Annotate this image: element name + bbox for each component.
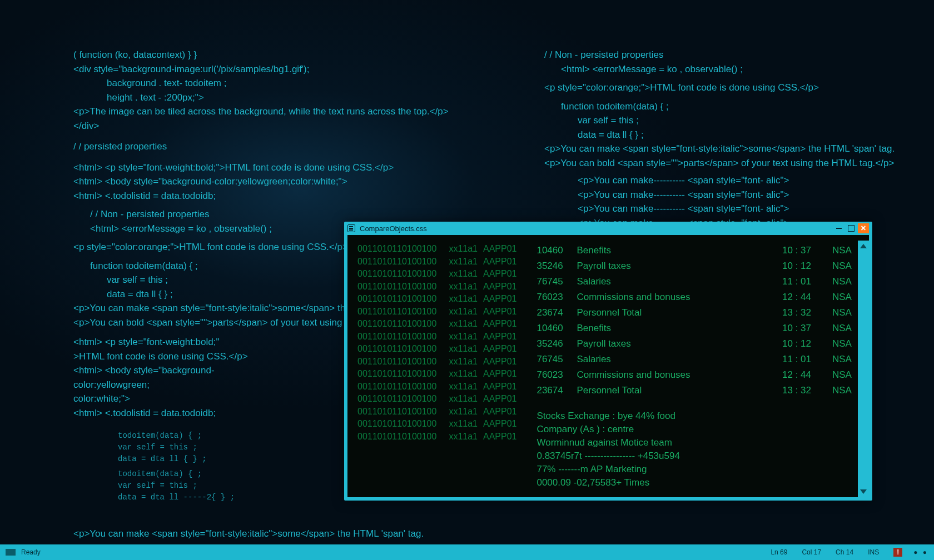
data-row: 76745Salaries11 : 01NSA [536,274,859,289]
data-row: 35246Payroll taxes10 : 12NSA [536,336,859,352]
data-row: 76023Commissions and bonuses12 : 44NSA [536,289,859,305]
binary-row: 0011010110100100xx11a1AAPP01 [357,331,516,343]
status-dots-icon: ● ● [913,548,928,556]
binary-row: 0011010110100100xx11a1AAPP01 [357,256,516,268]
status-ready: Ready [21,548,41,556]
data-row: 23674Personnel Total13 : 32NSA [536,305,859,321]
scroll-up-icon[interactable] [860,244,867,248]
binary-row: 0011010110100100xx11a1AAPP01 [357,418,516,431]
status-ins: INS [868,548,879,556]
binary-row: 0011010110100100xx11a1AAPP01 [357,431,516,443]
binary-row: 0011010110100100xx11a1AAPP01 [357,306,516,318]
window-left-column: 0011010110100100xx11a1AAPP01001101011010… [347,235,526,497]
binary-row: 0011010110100100xx11a1AAPP01 [357,268,516,281]
binary-row: 0011010110100100xx11a1AAPP01 [357,318,516,331]
binary-row: 0011010110100100xx11a1AAPP01 [357,406,516,418]
binary-row: 0011010110100100xx11a1AAPP01 [357,293,516,306]
data-row: 23674Personnel Total13 : 32NSA [536,383,859,398]
binary-row: 0011010110100100xx11a1AAPP01 [357,243,516,256]
status-column: Col 17 [802,548,821,556]
window-titlebar[interactable]: CompareObjects.css [344,222,872,235]
window-scrollbar[interactable] [858,241,869,497]
binary-row: 0011010110100100xx11a1AAPP01 [357,368,516,381]
binary-row: 0011010110100100xx11a1AAPP01 [357,393,516,406]
binary-row: 0011010110100100xx11a1AAPP01 [357,281,516,293]
window-right-column: 10460Benefits10 : 37NSA35246Payroll taxe… [526,235,869,497]
document-icon [347,224,355,232]
binary-row: 0011010110100100xx11a1AAPP01 [357,381,516,393]
status-char: Ch 14 [836,548,853,556]
status-bar: Ready Ln 69 Col 17 Ch 14 INS ! ● ● [0,544,934,560]
warning-icon[interactable]: ! [893,548,902,557]
scroll-down-icon[interactable] [860,489,867,494]
window-extra-text: Stocks Exchange : bye 44% food Company (… [536,409,859,489]
window-body: 0011010110100100xx11a1AAPP01001101011010… [347,235,869,497]
data-row: 10460Benefits10 : 37NSA [536,243,859,258]
window-title: CompareObjects.css [360,224,427,233]
status-chip-icon [6,549,16,556]
binary-row: 0011010110100100xx11a1AAPP01 [357,343,516,356]
data-row: 35246Payroll taxes10 : 12NSA [536,258,859,274]
close-button[interactable] [858,223,869,233]
data-row: 10460Benefits10 : 37NSA [536,321,859,336]
status-line: Ln 69 [771,548,787,556]
data-row: 76023Commissions and bonuses12 : 44NSA [536,367,859,383]
floating-window[interactable]: CompareObjects.css 0011010110100100xx11a… [344,222,872,501]
binary-row: 0011010110100100xx11a1AAPP01 [357,356,516,368]
data-row: 76745Salaries11 : 01NSA [536,352,859,367]
minimize-button[interactable] [833,223,844,233]
maximize-button[interactable] [846,223,857,233]
